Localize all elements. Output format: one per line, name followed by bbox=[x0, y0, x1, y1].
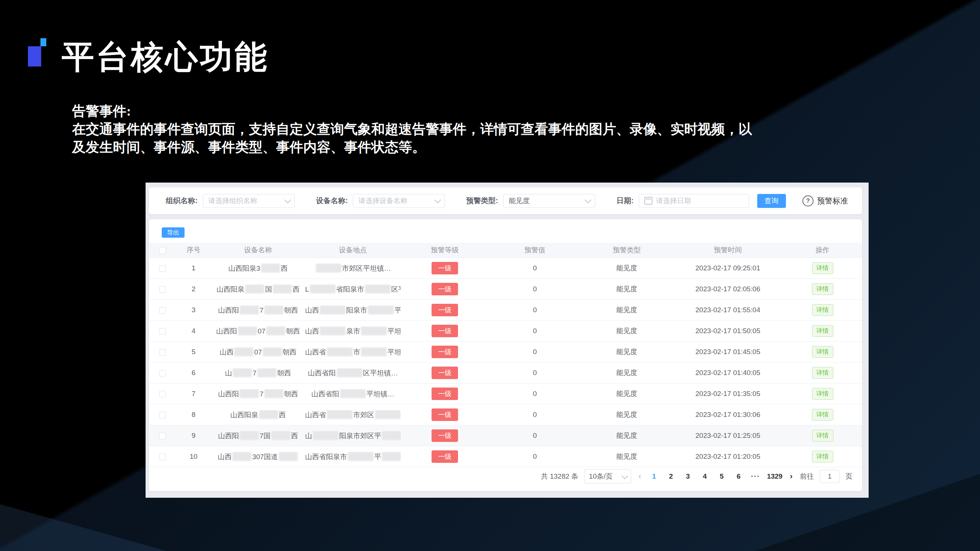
redacted-text bbox=[240, 431, 259, 440]
page-size-select[interactable]: 10条/页 bbox=[584, 470, 631, 483]
redacted-text bbox=[263, 347, 282, 356]
redacted-text bbox=[361, 326, 387, 335]
device-name: 山西阳泉国西 bbox=[211, 284, 305, 294]
detail-button[interactable]: 详情 bbox=[812, 367, 833, 379]
redacted-text bbox=[337, 368, 363, 377]
detail-button[interactable]: 详情 bbox=[812, 262, 833, 274]
alert-value: 0 bbox=[489, 348, 581, 356]
detail-button[interactable]: 详情 bbox=[812, 346, 833, 358]
alert-table: 序号设备名称设备地点预警等级预警值预警类型预警时间操作 1山西阳泉3西市郊区平坦… bbox=[149, 243, 862, 467]
row-actions: 详情 bbox=[783, 346, 862, 358]
table-row: 8山西阳泉西山西省市郊区镇…一级0能见度2023-02-17 01:30:06详… bbox=[149, 405, 862, 426]
row-checkbox[interactable] bbox=[159, 433, 166, 439]
page-number[interactable]: 3 bbox=[682, 472, 693, 481]
date-input[interactable]: 请选择日期 bbox=[639, 194, 749, 208]
device-name: 山西阳7国西 bbox=[211, 431, 305, 441]
next-page-button[interactable]: › bbox=[789, 472, 794, 481]
page-number[interactable]: 2 bbox=[665, 472, 676, 481]
row-actions: 详情 bbox=[783, 325, 862, 337]
detail-button[interactable]: 详情 bbox=[812, 388, 833, 400]
alert-value: 0 bbox=[489, 411, 581, 419]
select-all-checkbox[interactable] bbox=[159, 247, 166, 254]
alert-type: 能见度 bbox=[581, 347, 673, 357]
row-checkbox[interactable] bbox=[159, 370, 166, 376]
row-actions: 详情 bbox=[783, 451, 862, 462]
detail-button[interactable]: 详情 bbox=[812, 451, 833, 462]
detail-button[interactable]: 详情 bbox=[812, 430, 833, 441]
detail-button[interactable]: 详情 bbox=[812, 283, 833, 295]
export-button[interactable]: 导出 bbox=[162, 227, 185, 238]
search-button[interactable]: 查询 bbox=[757, 194, 786, 208]
total-count: 共 13282 条 bbox=[541, 472, 578, 481]
table-row: 1山西阳泉3西市郊区平坦镇…一级0能见度2023-02-17 09:25:01详… bbox=[149, 258, 862, 279]
row-checkbox[interactable] bbox=[159, 391, 166, 397]
row-checkbox[interactable] bbox=[159, 307, 166, 314]
alert-value: 0 bbox=[489, 285, 581, 293]
alert-standard-link[interactable]: ? 预警标准 bbox=[802, 195, 848, 206]
alert-level-badge: 一级 bbox=[431, 325, 458, 337]
alert-time: 2023-02-17 02:05:06 bbox=[673, 285, 783, 293]
alert-type: 能见度 bbox=[581, 284, 673, 294]
redacted-text bbox=[233, 368, 252, 377]
row-checkbox[interactable] bbox=[159, 286, 166, 293]
page-number[interactable]: 6 bbox=[733, 472, 744, 481]
alert-type: 能见度 bbox=[581, 368, 673, 378]
goto-page-input[interactable]: 1 bbox=[820, 470, 840, 483]
column-header: 设备名称 bbox=[211, 245, 305, 255]
alert-type-select[interactable]: 能见度 bbox=[503, 194, 595, 208]
redacted-text bbox=[348, 452, 374, 461]
table-row: 5山西07朝西山西省市平坦镇…一级0能见度2023-02-17 01:45:05… bbox=[149, 341, 862, 362]
alert-value: 0 bbox=[489, 264, 581, 272]
device-location: 山西省阳平坦镇… bbox=[305, 389, 401, 399]
goto-label: 前往 bbox=[800, 472, 814, 481]
alert-standard-label: 预警标准 bbox=[817, 196, 848, 206]
row-index: 5 bbox=[176, 348, 211, 356]
alert-type: 能见度 bbox=[581, 410, 673, 419]
redacted-text bbox=[316, 264, 342, 273]
alert-level-cell: 一级 bbox=[401, 429, 489, 442]
column-header: 预警等级 bbox=[401, 245, 489, 255]
date-placeholder: 请选择日期 bbox=[656, 196, 691, 206]
row-checkbox[interactable] bbox=[159, 412, 166, 418]
title-accent-square-small bbox=[40, 38, 46, 46]
device-name: 山西阳泉3西 bbox=[211, 264, 305, 273]
org-name-select[interactable]: 请选择组织名称 bbox=[203, 194, 295, 208]
org-name-placeholder: 请选择组织名称 bbox=[208, 196, 257, 206]
row-index: 10 bbox=[176, 453, 211, 460]
row-checkbox[interactable] bbox=[159, 349, 166, 356]
row-checkbox-cell bbox=[149, 285, 176, 293]
redacted-text bbox=[261, 264, 280, 273]
device-name: 山西307国道 bbox=[211, 452, 305, 462]
header-checkbox-cell bbox=[149, 246, 176, 254]
row-checkbox[interactable] bbox=[159, 265, 166, 272]
detail-button[interactable]: 详情 bbox=[812, 304, 833, 316]
row-index: 6 bbox=[176, 369, 211, 377]
alert-level-badge: 一级 bbox=[431, 304, 458, 316]
device-location: 山西泉市平坦镇… bbox=[305, 326, 401, 336]
more-pages-icon[interactable]: ··· bbox=[750, 472, 761, 481]
page-number[interactable]: 1 bbox=[648, 472, 659, 481]
device-name-select[interactable]: 请选择设备名称 bbox=[353, 194, 445, 208]
row-index: 9 bbox=[176, 432, 211, 440]
detail-button[interactable]: 详情 bbox=[812, 409, 833, 421]
redacted-text bbox=[320, 326, 345, 335]
alert-level-badge: 一级 bbox=[431, 450, 458, 463]
column-header: 预警时间 bbox=[673, 245, 783, 255]
alert-level-cell: 一级 bbox=[401, 450, 489, 463]
alert-time: 2023-02-17 01:35:05 bbox=[673, 390, 783, 398]
device-name-label: 设备名称: bbox=[316, 196, 348, 206]
alert-level-badge: 一级 bbox=[431, 283, 458, 295]
prev-page-button[interactable]: ‹ bbox=[637, 472, 643, 481]
device-name: 山西阳7朝西 bbox=[211, 389, 305, 399]
row-checkbox[interactable] bbox=[159, 454, 166, 460]
slide-title: 平台核心功能 bbox=[62, 35, 269, 79]
chevron-down-icon bbox=[621, 472, 628, 479]
row-actions: 详情 bbox=[783, 283, 862, 295]
row-checkbox[interactable] bbox=[159, 328, 166, 335]
row-checkbox-cell bbox=[149, 369, 176, 377]
redacted-text bbox=[382, 452, 401, 461]
page-number[interactable]: 5 bbox=[716, 472, 727, 481]
page-number-last[interactable]: 1329 bbox=[767, 472, 782, 481]
page-number[interactable]: 4 bbox=[699, 472, 710, 481]
detail-button[interactable]: 详情 bbox=[812, 325, 833, 337]
